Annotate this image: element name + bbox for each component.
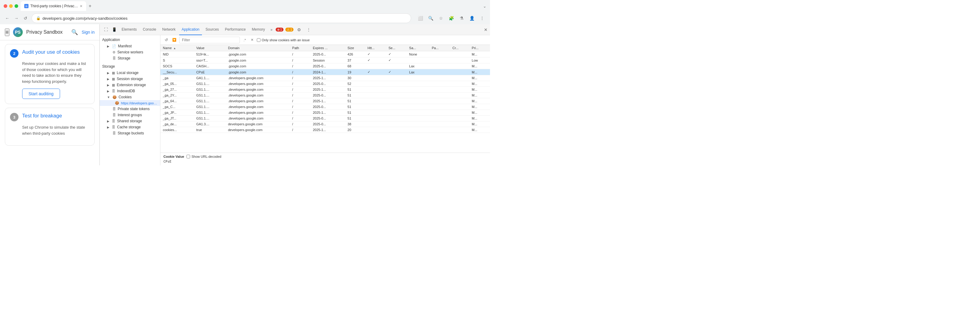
devtools-cursor-icon[interactable]: ⛶ xyxy=(102,26,110,33)
profile-icon[interactable]: 👤 xyxy=(468,14,476,22)
refresh-cookies-button[interactable]: ↺ xyxy=(163,37,170,43)
col-header-value[interactable]: Value xyxy=(194,45,226,51)
table-row[interactable]: _ga_2Y...GS1.1.....developers.google.com… xyxy=(161,92,490,98)
table-row[interactable]: _ga_JT...GS1.1.....developers.google.com… xyxy=(161,116,490,121)
devtools-settings-icon[interactable]: ⚙ xyxy=(295,25,303,34)
tab-close-button[interactable]: ✕ xyxy=(80,4,83,8)
cookie-filter-input[interactable] xyxy=(179,37,240,43)
search-icon[interactable]: 🔍 xyxy=(71,29,78,35)
start-auditing-button[interactable]: Start auditing xyxy=(22,89,60,99)
table-cell xyxy=(407,116,430,121)
table-row[interactable]: _ga_JP...GS1.1.....developers.google.com… xyxy=(161,110,490,116)
sidebar-item-storage-buckets[interactable]: 🗄 Storage buckets xyxy=(100,130,160,136)
breakage-card-title[interactable]: Test for breakage xyxy=(22,113,62,119)
col-header-expires[interactable]: Expires ... xyxy=(310,45,345,51)
table-row[interactable]: NID519=ik....google.com/2025-0...426✓✓No… xyxy=(161,51,490,57)
sidebar-item-interest-groups[interactable]: 🗄 Interest groups xyxy=(100,112,160,118)
menu-icon[interactable]: ⋮ xyxy=(478,14,486,22)
sidebar-item-service-workers[interactable]: ⚙ Service workers xyxy=(100,49,160,55)
col-header-partitioned[interactable]: Pa... xyxy=(430,45,450,51)
sidebar-item-extension-storage[interactable]: ▶ ▦ Extension storage xyxy=(100,82,160,88)
sidebar-item-storage-overview[interactable]: 🗄 Storage xyxy=(100,55,160,61)
filter-clear-icon[interactable]: ✕ xyxy=(249,37,255,43)
table-cell: / xyxy=(290,75,310,81)
filter-regex-icon[interactable]: .* xyxy=(242,37,248,43)
back-button[interactable]: ← xyxy=(4,14,11,22)
window-chevron-down-icon[interactable]: ⌄ xyxy=(483,4,486,8)
sidebar-label-local-storage: Local storage xyxy=(117,71,138,75)
tab-memory[interactable]: Memory xyxy=(250,24,267,35)
reload-button[interactable]: ↺ xyxy=(22,14,29,22)
table-cell: 38 xyxy=(345,121,365,127)
tab-performance[interactable]: Performance xyxy=(223,24,248,35)
table-cell xyxy=(407,57,430,64)
table-row[interactable]: _ga_de...GA1.3....developers.google.com/… xyxy=(161,121,490,127)
sidebar-label-cookies-url: https://developers.google.com xyxy=(121,101,158,105)
table-row[interactable]: _gaGA1.1.....developers.google.com/2025-… xyxy=(161,75,490,81)
devtools-more-icon[interactable]: ⋮ xyxy=(304,25,313,34)
table-cell xyxy=(450,121,469,127)
sidebar-item-cache-storage[interactable]: ▶ 🗄 Cache storage xyxy=(100,124,160,130)
hamburger-menu-button[interactable]: ≡ xyxy=(5,29,10,36)
breakage-card: 3 Test for breakage Set up Chrome to sim… xyxy=(5,108,95,146)
bookmark-icon[interactable]: ☆ xyxy=(437,14,445,22)
interest-groups-icon: 🗄 xyxy=(113,113,116,117)
tab-network[interactable]: Network xyxy=(160,24,178,35)
col-header-size[interactable]: Size xyxy=(345,45,365,51)
zoom-icon[interactable]: 🔍 xyxy=(426,14,435,22)
sidebar-item-cookies-url[interactable]: 🍪 https://developers.google.com xyxy=(100,100,160,106)
tab-sources[interactable]: Sources xyxy=(203,24,221,35)
table-row[interactable]: Ssso=T....google.com/Session37✓✓Low xyxy=(161,57,490,64)
url-decode-checkbox[interactable] xyxy=(186,155,190,158)
sidebar-item-session-storage[interactable]: ▶ ▦ Session storage xyxy=(100,76,160,82)
table-cell: .developers.google.com xyxy=(226,98,290,104)
col-header-samesite[interactable]: Sa... xyxy=(407,45,430,51)
cast-icon[interactable]: ⬜ xyxy=(416,14,425,22)
tab-application[interactable]: Application xyxy=(179,24,202,35)
tab-console[interactable]: Console xyxy=(140,24,159,35)
table-row[interactable]: _ga_05...GS1.1.....developers.google.com… xyxy=(161,81,490,87)
sidebar-item-manifest[interactable]: ▶ 📄 Manifest xyxy=(100,43,160,49)
maximize-traffic-light[interactable] xyxy=(14,4,18,8)
table-row[interactable]: __Secu...CPsE.google.com/2024-1...19✓✓La… xyxy=(161,69,490,75)
col-header-secure[interactable]: Se... xyxy=(386,45,407,51)
sidebar-item-local-storage[interactable]: ▶ ▦ Local storage xyxy=(100,70,160,76)
sign-in-button[interactable]: Sign in xyxy=(81,30,95,35)
table-cell xyxy=(386,64,407,69)
devtools-icon[interactable]: ⚗ xyxy=(457,14,466,22)
col-header-priority[interactable]: Pri... xyxy=(469,45,490,51)
col-header-httponly[interactable]: Htt... xyxy=(365,45,386,51)
browser-tab-active[interactable]: G Third-party cookies | Privac… ✕ xyxy=(21,1,86,11)
new-tab-button[interactable]: + xyxy=(88,2,92,10)
minimize-traffic-light[interactable] xyxy=(9,4,13,8)
table-cell xyxy=(365,75,386,81)
col-header-name[interactable]: Name ▲ xyxy=(161,45,194,51)
table-cell: 2025-0... xyxy=(310,121,345,127)
sidebar-item-indexeddb[interactable]: ▶ 🗄 IndexedDB xyxy=(100,88,160,94)
forward-button[interactable]: → xyxy=(13,14,20,22)
devtools-close-button[interactable]: ✕ xyxy=(484,27,488,32)
extensions-icon[interactable]: 🧩 xyxy=(447,14,455,22)
more-tabs-button[interactable]: » xyxy=(269,26,274,33)
col-header-crosssite[interactable]: Cr... xyxy=(450,45,469,51)
table-row[interactable]: cookies...truedevelopers.google.com/2025… xyxy=(161,127,490,133)
col-header-path[interactable]: Path xyxy=(290,45,310,51)
table-cell: 2025-1... xyxy=(310,127,345,133)
url-text: developers.google.com/privacy-sandbox/co… xyxy=(43,16,127,21)
table-row[interactable]: _ga_64...GS1.1.....developers.google.com… xyxy=(161,98,490,104)
col-header-domain[interactable]: Domain xyxy=(226,45,290,51)
tab-elements[interactable]: Elements xyxy=(119,24,139,35)
sidebar-item-cookies[interactable]: ▼ 🍪 Cookies xyxy=(100,94,160,100)
table-row[interactable]: SOCSCAISH....google.com/2025-0...68LaxM.… xyxy=(161,64,490,69)
show-issues-checkbox[interactable] xyxy=(257,38,261,42)
table-cell: _ga_27... xyxy=(161,87,194,92)
sidebar-item-private-state-tokens[interactable]: 🗄 Private state tokens xyxy=(100,106,160,112)
audit-card-title[interactable]: Audit your use of cookies xyxy=(22,49,80,55)
table-row[interactable]: _ga_27...GS1.1.....developers.google.com… xyxy=(161,87,490,92)
table-row[interactable]: _ga_C...GS1.1.....developers.google.com/… xyxy=(161,104,490,110)
sidebar-item-shared-storage[interactable]: ▶ 🗄 Shared storage xyxy=(100,118,160,124)
table-cell: / xyxy=(290,92,310,98)
devtools-device-icon[interactable]: 📱 xyxy=(111,26,118,33)
url-bar[interactable]: 🔒 developers.google.com/privacy-sandbox/… xyxy=(32,13,411,23)
close-traffic-light[interactable] xyxy=(4,4,7,8)
